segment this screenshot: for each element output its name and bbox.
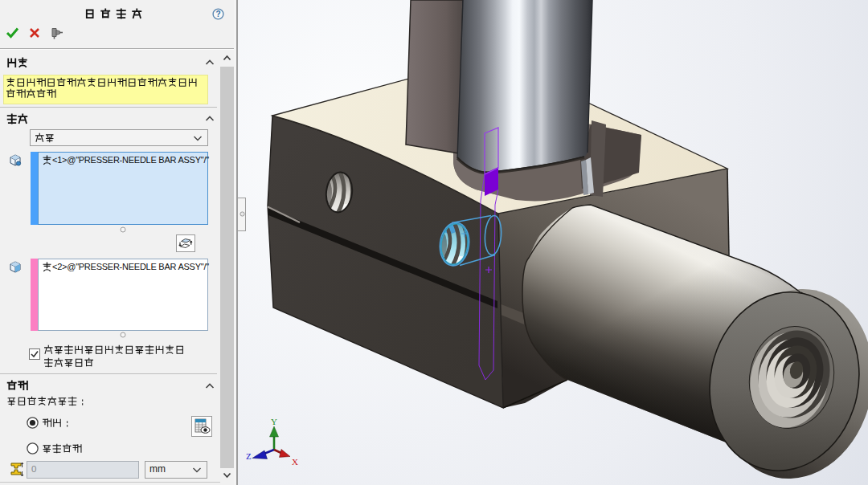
svg-text:Y: Y xyxy=(271,417,277,426)
svg-text:?: ? xyxy=(215,10,220,18)
svg-text:X: X xyxy=(292,457,298,467)
svg-text:Z: Z xyxy=(246,451,252,461)
